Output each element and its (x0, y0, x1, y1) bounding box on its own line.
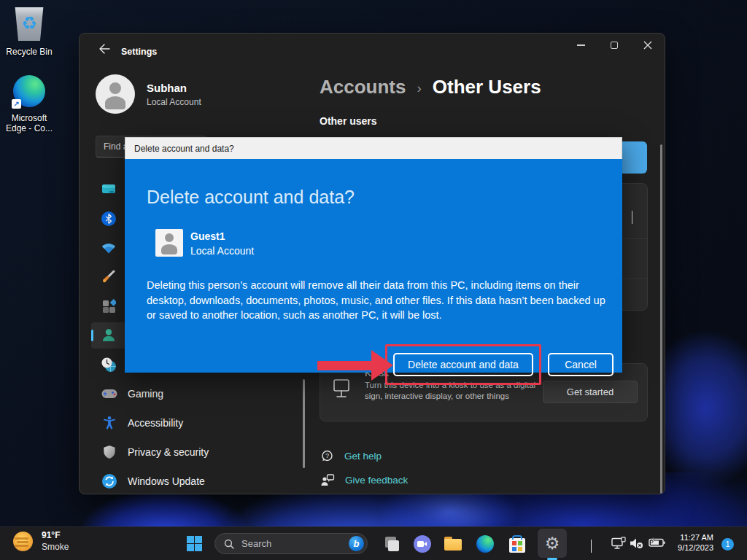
sidebar-item-privacy-security[interactable]: Privacy & security (91, 439, 303, 465)
guest-avatar (155, 229, 183, 257)
dialog-titlebar: Delete account and data? (125, 137, 622, 159)
sidebar-item-accounts[interactable] (91, 322, 126, 349)
taskbar-search-label: Search (241, 538, 349, 549)
clock-globe-icon (101, 357, 117, 373)
battery-tray-button[interactable] (648, 537, 665, 551)
battery-charging-icon (648, 537, 665, 548)
dialog-body: Delete account and data? Guest1 Local Ac… (125, 159, 622, 373)
annotation-arrow (317, 361, 373, 370)
guest-name: Guest1 (190, 230, 225, 242)
edge-icon: ↗ (13, 75, 45, 107)
update-icon (101, 473, 117, 489)
breadcrumb: Accounts › Other Users (320, 76, 541, 98)
task-view-button[interactable] (382, 534, 401, 553)
get-help-link[interactable]: ? Get help (320, 449, 382, 463)
store-button[interactable] (508, 534, 527, 553)
weather-condition: Smoke (42, 542, 69, 552)
brush-icon (101, 270, 116, 284)
sidebar-item-apps[interactable] (91, 293, 126, 319)
sidebar-item-label: Windows Update (128, 475, 205, 487)
sidebar-item-system[interactable] (91, 176, 126, 203)
cancel-button[interactable]: Cancel (548, 353, 614, 376)
sidebar-item-label: Gaming (128, 388, 163, 400)
feedback-icon (320, 473, 335, 487)
shield-icon (101, 445, 117, 459)
chevron-right-icon: › (417, 80, 421, 96)
edge-icon (476, 535, 494, 553)
weather-icon (13, 532, 33, 551)
recycle-glyph: ♻ (13, 13, 45, 34)
maximize-icon (611, 42, 618, 49)
desktop-icon-recycle-bin[interactable]: ♻ Recycle Bin (0, 7, 58, 57)
settings-taskbar-button[interactable]: ⚙ (538, 529, 567, 558)
sidebar-item-accessibility[interactable]: Accessibility (91, 410, 303, 436)
sidebar-item-network[interactable] (91, 235, 126, 261)
sidebar-item-gaming[interactable]: Gaming (91, 381, 303, 407)
collapse-button[interactable] (632, 211, 632, 225)
give-feedback-label: Give feedback (345, 475, 408, 486)
gamepad-icon (101, 389, 117, 399)
store-icon (509, 538, 525, 553)
tray-date: 9/12/2023 (678, 542, 713, 553)
start-button[interactable] (187, 536, 202, 551)
give-feedback-link[interactable]: Give feedback (320, 473, 408, 487)
volume-tray-button[interactable] (629, 537, 644, 553)
content-scrollbar[interactable] (660, 144, 662, 494)
nav-rail (91, 176, 126, 381)
desktop-icon-label: Recycle Bin (0, 47, 58, 57)
tray-overflow-button[interactable] (591, 540, 592, 553)
sidebar-item-personalization[interactable] (91, 264, 126, 290)
chat-button[interactable] (413, 534, 432, 553)
tray-time: 11:27 AM (678, 532, 713, 542)
breadcrumb-accounts[interactable]: Accounts (320, 76, 406, 98)
ethernet-icon (611, 537, 627, 551)
guest-account-type: Local Account (190, 245, 254, 257)
desktop-icon-edge[interactable]: ↗ Microsoft Edge - Co... (0, 75, 58, 133)
window-title: Settings (121, 47, 157, 57)
weather-widget[interactable]: 91°F Smoke (13, 530, 69, 552)
svg-text:?: ? (325, 452, 329, 459)
network-tray-button[interactable] (611, 537, 627, 553)
wifi-icon (101, 242, 117, 254)
sidebar-item-time-language[interactable] (91, 351, 126, 378)
annotation-highlight-rect (385, 344, 541, 385)
dialog-warning-text: Deleting this person’s account will remo… (147, 278, 611, 323)
profile-account-type: Local Account (147, 97, 201, 107)
accessibility-icon (101, 416, 117, 430)
sidebar-item-windows-update[interactable]: Windows Update (91, 468, 303, 494)
annotation-arrow-head (371, 350, 393, 381)
section-title: Other users (320, 115, 377, 127)
sidebar-item-bluetooth[interactable] (91, 206, 126, 232)
gear-icon: ⚙ (545, 535, 560, 552)
apps-icon (101, 299, 116, 314)
get-started-button[interactable]: Get started (543, 381, 638, 403)
window-titlebar: Settings (80, 34, 665, 63)
chevron-up-icon (632, 211, 632, 224)
close-button[interactable] (631, 34, 665, 57)
close-icon (643, 41, 652, 50)
minimize-button[interactable] (564, 34, 597, 57)
desktop-icon-label: Microsoft Edge - Co... (0, 113, 58, 133)
recycle-bin-icon: ♻ (13, 7, 45, 41)
profile-name: Subhan (147, 82, 201, 94)
dialog-heading: Delete account and data? (147, 187, 355, 208)
taskbar-search[interactable]: Search b (214, 533, 368, 554)
maximize-button[interactable] (597, 34, 631, 57)
clock[interactable]: 11:27 AM 9/12/2023 (678, 532, 713, 553)
folder-icon (444, 537, 462, 551)
search-icon (224, 539, 234, 549)
user-avatar (96, 74, 135, 114)
settings-window: Settings Subhan Local Account Accounts (79, 33, 665, 494)
user-profile[interactable]: Subhan Local Account (96, 74, 201, 114)
sidebar-scrollbar[interactable] (303, 379, 305, 468)
windows-logo-icon (187, 536, 194, 543)
weather-temperature: 91°F (42, 530, 69, 540)
sidebar-item-label: Privacy & security (128, 446, 209, 458)
minimize-icon (577, 44, 585, 46)
delete-account-dialog: Delete account and data? Delete account … (125, 137, 622, 373)
back-button[interactable] (93, 39, 116, 58)
edge-button[interactable] (476, 534, 495, 553)
bing-icon[interactable]: b (349, 536, 364, 551)
notification-badge[interactable]: 1 (721, 538, 734, 551)
file-explorer-button[interactable] (444, 534, 462, 553)
